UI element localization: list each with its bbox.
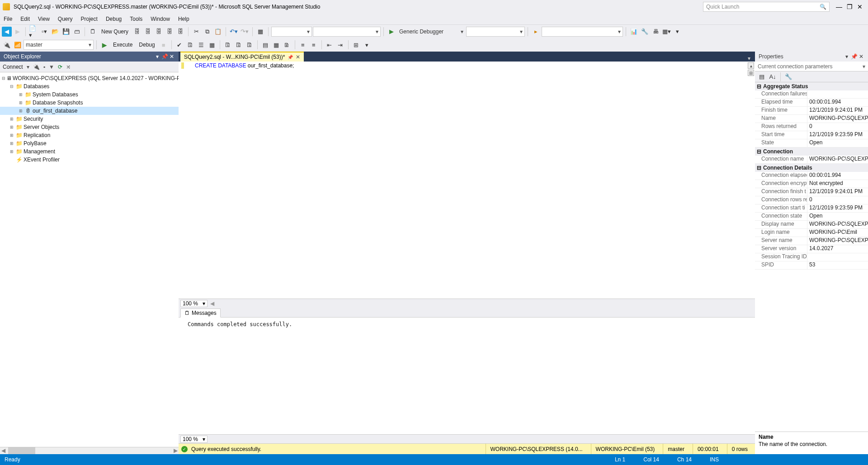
nav-back-button[interactable]: ◀ (2, 27, 12, 37)
properties-grid[interactable]: ⊟Aggregate Status Connection failures El… (755, 82, 868, 432)
tree-xevent[interactable]: ⚡XEvent Profiler (0, 156, 179, 164)
stop-refresh-icon[interactable]: ⤨ (66, 64, 71, 70)
overflow-button[interactable]: ▾ (672, 27, 682, 37)
document-tab[interactable]: SQLQuery2.sql - W...KING-PC\Emil (53))* … (180, 52, 304, 62)
panel-menu-icon[interactable]: ▾ (154, 53, 160, 60)
debugger-combo[interactable]: Generic Debugger▾ (397, 27, 465, 37)
split-down-icon[interactable]: ⊞ (748, 70, 754, 76)
quick-launch-input[interactable]: Quick Launch 🔍 (703, 2, 830, 12)
collapse-icon[interactable]: ⊟ (757, 148, 761, 155)
tree-server-objects[interactable]: ⊞📁Server Objects (0, 123, 179, 131)
query-options-button[interactable]: ☰ (196, 40, 206, 50)
properties-button[interactable]: ▦ (255, 27, 265, 37)
dmx-query-button[interactable]: 🗄 (165, 27, 175, 37)
stop-icon[interactable]: ▪ (43, 64, 45, 70)
intellisense-button[interactable]: ▦ (207, 40, 217, 50)
object-explorer-tree[interactable]: ⊟🖥WORKING-PC\SQLEXPRESS (SQL Server 14.0… (0, 72, 179, 447)
tree-security[interactable]: ⊞📁Security (0, 115, 179, 123)
registered-servers-button[interactable]: 🔧 (640, 27, 650, 37)
find-combo[interactable]: ▾ (542, 27, 623, 37)
include-client-stats-button[interactable]: 🖺 (245, 40, 255, 50)
xmla-query-button[interactable]: 🗄 (175, 27, 185, 37)
alphabetical-button[interactable]: A↓ (768, 72, 778, 82)
execute-button[interactable]: Execute (110, 40, 135, 50)
save-all-button[interactable]: 🗃 (72, 27, 82, 37)
solution-platform-combo[interactable]: ▾ (313, 27, 381, 37)
menu-debug[interactable]: Debug (106, 16, 122, 22)
menu-help[interactable]: Help (178, 16, 189, 22)
tree-management[interactable]: ⊞📁Management (0, 147, 179, 156)
specify-values-button[interactable]: ⊞ (351, 40, 361, 50)
object-explorer-hscroll[interactable]: ◀▶ (0, 447, 179, 454)
activity-monitor-button[interactable]: 📊 (629, 27, 639, 37)
messages-zoom-combo[interactable]: 100 %▾ (180, 436, 208, 443)
tree-databases[interactable]: ⊟📁Databases (0, 82, 179, 90)
tree-polybase[interactable]: ⊞📁PolyBase (0, 139, 179, 147)
tree-server[interactable]: ⊟🖥WORKING-PC\SQLEXPRESS (SQL Server 14.0… (0, 74, 179, 82)
collapse-icon[interactable]: ⊟ (757, 165, 761, 171)
open-file-button[interactable]: 📂 (50, 27, 60, 37)
comment-button[interactable]: ≡ (298, 40, 308, 50)
properties-subject[interactable]: Current connection parameters ▾ (755, 62, 868, 71)
tab-menu-icon[interactable]: ▾ (745, 55, 753, 62)
increase-indent-button[interactable]: ⇥ (335, 40, 345, 50)
tree-sysdb[interactable]: ⊞📁System Databases (0, 90, 179, 99)
save-button[interactable]: 💾 (61, 27, 71, 37)
database-combo[interactable]: master▾ (24, 40, 94, 50)
close-panel-icon[interactable]: ✕ (169, 53, 175, 60)
messages-body[interactable]: Commands completed successfully. (179, 318, 755, 434)
paste-button[interactable]: 📋 (213, 27, 223, 37)
new-project-button[interactable]: 📄▾ (28, 27, 38, 37)
split-up-icon[interactable]: ▴ (748, 62, 754, 69)
copy-button[interactable]: ⧉ (202, 27, 212, 37)
nav-forward-button[interactable]: ▶ (13, 27, 23, 37)
refresh-icon[interactable]: ⟳ (58, 64, 62, 70)
close-button[interactable]: ✕ (857, 3, 863, 10)
zoom-combo[interactable]: 100 %▾ (180, 300, 208, 307)
menu-query[interactable]: Query (58, 16, 73, 22)
template-explorer-button[interactable]: ▦▾ (661, 27, 671, 37)
messages-tab[interactable]: 🗒 Messages (180, 308, 221, 318)
debug-target-combo[interactable]: ▾ (466, 27, 525, 37)
maximize-button[interactable]: ❐ (847, 3, 853, 10)
new-item-button[interactable]: ▫▾ (39, 27, 49, 37)
toolbar-overflow-button[interactable]: ▾ (362, 40, 372, 50)
cancel-query-button[interactable]: ■ (159, 40, 169, 50)
pin-icon[interactable]: 📌 (161, 53, 168, 60)
results-to-text-button[interactable]: ▤ (260, 40, 270, 50)
menu-project[interactable]: Project (81, 16, 98, 22)
property-pages-button[interactable]: 🔧 (783, 72, 793, 82)
db-engine-query-button[interactable]: 🗄 (132, 27, 142, 37)
tree-replication[interactable]: ⊞📁Replication (0, 131, 179, 139)
object-explorer-button[interactable]: 🖶 (651, 27, 660, 37)
menu-file[interactable]: File (4, 16, 12, 22)
include-stats-button[interactable]: 🖺 (234, 40, 244, 50)
filter-icon[interactable]: ▼ (49, 64, 54, 70)
results-to-file-button[interactable]: 🗎 (282, 40, 292, 50)
analysis-query-button[interactable]: 🗄 (143, 27, 153, 37)
solution-config-combo[interactable]: ▾ (271, 27, 312, 37)
menu-view[interactable]: View (38, 16, 50, 22)
pin-tab-icon[interactable]: 📌 (288, 55, 293, 60)
parse-button[interactable]: ✔ (175, 40, 184, 50)
disconnect-icon[interactable]: 🔌 (33, 64, 40, 70)
object-explorer-header[interactable]: Object Explorer ▾ 📌 ✕ (0, 52, 179, 62)
panel-menu-icon[interactable]: ▾ (844, 53, 850, 60)
available-db-icon[interactable]: 📶 (13, 40, 23, 50)
tree-our-database[interactable]: ⊞🛢our_first_database (0, 107, 179, 115)
properties-header[interactable]: Properties ▾ 📌 ✕ (755, 52, 868, 62)
close-panel-icon[interactable]: ✕ (858, 53, 864, 60)
cut-button[interactable]: ✂ (191, 27, 201, 37)
pin-icon[interactable]: 📌 (851, 53, 857, 60)
redo-button[interactable]: ↷▾ (240, 27, 250, 37)
categorized-button[interactable]: ▤ (757, 72, 767, 82)
undo-button[interactable]: ↶▾ (229, 27, 239, 37)
connect-button[interactable]: Connect (3, 64, 23, 70)
mdx-query-button[interactable]: 🗄 (154, 27, 164, 37)
uncomment-button[interactable]: ≡ (309, 40, 319, 50)
menu-window[interactable]: Window (151, 16, 170, 22)
decrease-indent-button[interactable]: ⇤ (325, 40, 335, 50)
collapse-icon[interactable]: ⊟ (757, 83, 761, 90)
new-query-button[interactable]: New Query (99, 27, 131, 37)
debug-button[interactable]: Debug (136, 40, 157, 50)
